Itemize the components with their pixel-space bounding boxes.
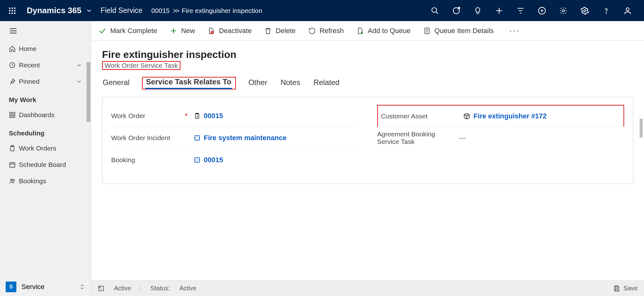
cmd-new[interactable]: New <box>170 27 195 35</box>
cmd-delete-label: Delete <box>276 27 296 35</box>
svg-point-0 <box>9 8 10 9</box>
field-incident-value[interactable]: Fire system maintenance <box>204 134 287 142</box>
deactivate-icon <box>208 27 215 35</box>
svg-rect-27 <box>13 112 15 114</box>
lightbulb-icon[interactable] <box>467 0 488 21</box>
svg-rect-26 <box>10 112 12 114</box>
clock-icon <box>9 62 19 69</box>
svg-point-19 <box>584 9 586 12</box>
nav-bookings[interactable]: Bookings <box>0 173 91 189</box>
svg-point-2 <box>14 8 15 9</box>
puzzle-icon <box>194 157 201 163</box>
queue-details-icon <box>423 27 431 35</box>
field-work-order-value[interactable]: 00015 <box>204 112 223 120</box>
chevron-down-icon <box>76 78 82 85</box>
cmd-mark-complete[interactable]: Mark Complete <box>98 27 157 35</box>
app-name[interactable]: Field Service <box>100 6 142 15</box>
field-booking-label: Booking <box>111 156 184 164</box>
popout-icon[interactable] <box>98 285 105 292</box>
save-button[interactable]: Save <box>613 285 638 292</box>
clipboard-icon <box>194 112 201 119</box>
tab-related[interactable]: Related <box>313 77 340 89</box>
cmd-deactivate-label: Deactivate <box>219 27 252 35</box>
field-asset-value[interactable]: Fire extinguisher #172 <box>474 112 547 120</box>
cmd-refresh[interactable]: Refresh <box>308 27 344 35</box>
breadcrumb-id[interactable]: 00015 <box>151 7 169 14</box>
tab-service-task-relates-to[interactable]: Service Task Relates To <box>145 76 232 88</box>
package-icon <box>463 112 470 120</box>
svg-point-21 <box>626 8 629 10</box>
field-work-order[interactable]: Work Order * 00015 <box>111 105 358 127</box>
cmd-delete[interactable]: Delete <box>264 27 296 35</box>
cmd-overflow-icon[interactable]: ··· <box>506 26 523 36</box>
refresh-icon <box>308 27 316 35</box>
main-content: Mark Complete New Deactivate Delete Refr… <box>91 21 644 296</box>
field-customer-asset[interactable]: Customer Asset Fire extinguisher #172 <box>377 105 624 127</box>
home-icon <box>9 45 19 52</box>
status-value: Active <box>180 285 197 292</box>
nav-home[interactable]: Home <box>0 41 91 57</box>
sidebar: Home Recent Pinned My Work Dashboards Sc… <box>0 21 91 296</box>
svg-line-10 <box>436 12 438 14</box>
search-icon[interactable] <box>424 0 446 21</box>
hamburger-icon[interactable] <box>0 21 91 41</box>
svg-rect-55 <box>616 288 618 291</box>
chevron-down-icon[interactable] <box>86 7 93 14</box>
user-icon[interactable] <box>617 0 638 21</box>
svg-point-3 <box>9 10 10 11</box>
svg-point-9 <box>432 8 436 12</box>
global-header: Dynamics 365 Field Service 00015 >> Fire… <box>0 0 644 21</box>
nav-pinned[interactable]: Pinned <box>0 73 91 90</box>
svg-point-20 <box>606 13 607 13</box>
nav-dashboards[interactable]: Dashboards <box>0 107 91 123</box>
form-tabs: General Service Task Relates To Other No… <box>91 71 644 89</box>
svg-point-6 <box>9 13 10 14</box>
plus-icon[interactable] <box>488 0 510 21</box>
cmd-add-to-queue[interactable]: Add to Queue <box>356 27 411 35</box>
gear-icon[interactable] <box>574 0 596 21</box>
brand-label[interactable]: Dynamics 365 <box>27 6 81 15</box>
svg-rect-32 <box>10 163 15 168</box>
add-circle-icon[interactable] <box>531 0 553 21</box>
nav-scheduleboard[interactable]: Schedule Board <box>0 157 91 173</box>
nav-workorders-label: Work Orders <box>19 145 82 152</box>
field-booking-value[interactable]: 00015 <box>204 156 223 164</box>
svg-point-4 <box>12 10 13 11</box>
nav-workorders[interactable]: Work Orders <box>0 140 91 157</box>
cmd-deactivate[interactable]: Deactivate <box>208 27 252 35</box>
field-booking[interactable]: Booking 00015 <box>111 149 358 171</box>
nav-scheduleboard-label: Schedule Board <box>19 161 82 168</box>
nav-recent-label: Recent <box>19 61 76 69</box>
status-label: Status: <box>150 285 170 292</box>
field-incident-label: Work Order Incident <box>111 134 184 142</box>
area-picker[interactable]: S Service <box>0 277 91 296</box>
cmd-mark-complete-label: Mark Complete <box>110 27 157 35</box>
field-work-order-label: Work Order <box>111 112 184 120</box>
form-column-left: Work Order * 00015 Work Order Incident F… <box>111 105 358 171</box>
content-scrollbar[interactable] <box>640 119 643 138</box>
calendar-icon <box>9 161 19 168</box>
field-agreement-label: Agreement Booking Service Task <box>377 130 459 145</box>
nav-recent[interactable]: Recent <box>0 57 91 73</box>
app-launcher-icon[interactable] <box>6 4 19 17</box>
filter-icon[interactable] <box>510 0 531 21</box>
pin-icon <box>9 78 19 85</box>
nav-pinned-label: Pinned <box>19 78 76 85</box>
tab-general[interactable]: General <box>102 77 130 89</box>
svg-point-18 <box>562 9 565 12</box>
sidebar-scrollbar[interactable] <box>87 62 90 122</box>
help-icon[interactable] <box>596 0 617 21</box>
tab-notes[interactable]: Notes <box>280 77 301 89</box>
cmd-queue-item-details[interactable]: Queue Item Details <box>423 27 494 35</box>
field-work-order-incident[interactable]: Work Order Incident Fire system maintena… <box>111 127 358 149</box>
field-agreement-booking[interactable]: Agreement Booking Service Task --- <box>377 127 624 149</box>
status-state: Active <box>114 285 131 292</box>
settings-icon[interactable] <box>553 0 574 21</box>
task-flow-icon[interactable] <box>446 0 467 21</box>
required-indicator: * <box>185 112 189 120</box>
svg-point-5 <box>14 10 15 11</box>
save-icon <box>613 285 620 292</box>
dashboard-icon <box>9 111 19 118</box>
area-badge: S <box>6 282 16 292</box>
tab-other[interactable]: Other <box>248 77 268 89</box>
